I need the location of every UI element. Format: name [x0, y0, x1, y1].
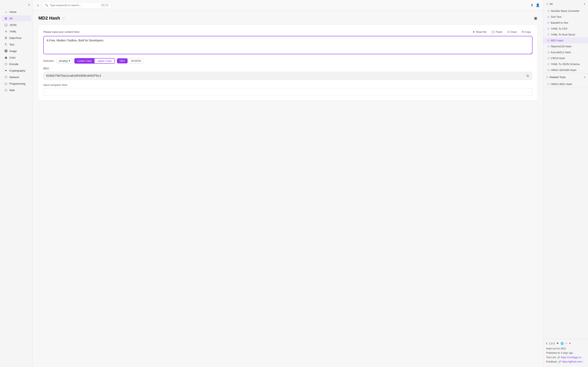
panel-all-header[interactable]: ⬡ All ▾ [543, 0, 588, 8]
panel-item-icon: ⬡ [547, 69, 549, 72]
panel-item-label: YAML To Rust Struct [551, 33, 575, 36]
comparer-label: Input comparer here: [43, 83, 532, 86]
sidebar-item-datetime[interactable]: 🗓 Date/Time [1, 35, 31, 41]
input-label: Please input your content here: [43, 30, 80, 33]
clear-button[interactable]: ⊡ Clear [506, 29, 519, 34]
panel-item-crc8[interactable]: ⬡ CRC8 Hash [543, 55, 588, 61]
panel-item-base64-hex[interactable]: ⬡ Base64 to Hex [543, 20, 588, 26]
upper-case-button[interactable]: Upper Case [95, 58, 114, 63]
panel-item-yaml-rust[interactable]: ⬡ YAML To Rust Struct [543, 32, 588, 38]
share-button[interactable]: ⬆ [531, 3, 533, 7]
delimiter-select[interactable]: (empty) ▾ [57, 58, 72, 63]
panel-item-label: MD2 Hash [551, 39, 563, 42]
sidebar-item-label: Encode [9, 63, 18, 66]
panel-item-ripemd128[interactable]: ⬡ Ripemd128 Hash [543, 43, 588, 49]
version-published: Published at: 6 days ago [546, 351, 585, 355]
home-icon: ⌂ [4, 10, 8, 13]
search-shortcut: ⌘ + K [101, 3, 109, 7]
read-file-button[interactable]: ⬆ Read file [471, 29, 488, 34]
sidebar-item-label: Network [9, 76, 19, 79]
sidebar-item-color[interactable]: ◉ Color [1, 54, 31, 60]
sidebar-item-network[interactable]: ⬡ Network [1, 74, 31, 80]
version-section: ℹ 1.0.0 ⚑ 🌐 ✓ ▾ Hash tool for MD2 Publis… [543, 339, 588, 367]
sidebar-item-text[interactable]: Tᵢ Text [1, 42, 31, 48]
output-copy-button[interactable]: ⧉ [526, 74, 530, 78]
sidebar-item-home[interactable]: ⌂ Home [1, 9, 31, 15]
main-container: ⌂ 🔍 ⌘ + K ⬆ 👤 MD2 Hash ☆ ▣ Please input [33, 0, 588, 367]
copy-button[interactable]: ⧉ Copy [520, 29, 532, 34]
encode-icon: ⬡ [4, 62, 8, 66]
tool-link[interactable]: https://t.he3app.co... [561, 356, 583, 359]
network-icon: ⬡ [4, 75, 8, 79]
check-icon: ✓ [565, 342, 568, 345]
panel-item-yaml-csv[interactable]: ⬡ YAML To CSV [543, 26, 588, 32]
panel-item-icon: ⬡ [547, 9, 549, 12]
panel-item-label: HMAC-MD2 Hash [551, 83, 572, 86]
version-feedback-row: Feedback: 🔗 https://github.com/... [546, 360, 585, 364]
text-icon: Tᵢ [4, 43, 8, 46]
flag-icon: ⚑ [556, 342, 559, 345]
panel-item-label: Base64 to Hex [551, 21, 568, 24]
panel-item-label: Number Base Converter [551, 9, 579, 12]
home-button[interactable]: ⌂ [36, 2, 40, 8]
panel-item-sort-text[interactable]: ⬡ Sort Text [543, 14, 588, 20]
panel-item-keccak512[interactable]: ⬡ Keccak512 Hash [543, 49, 588, 55]
panel-toggle-button[interactable]: ▣ [534, 16, 537, 20]
panel-item-hmac-sha384[interactable]: ⬡ HMAC-SHA384 Hash [543, 67, 588, 73]
sidebar-item-web[interactable]: ⬡ Web [1, 87, 31, 93]
user-button[interactable]: 👤 [536, 3, 540, 7]
copy-label: Copy [525, 30, 531, 33]
topbar: ⌂ 🔍 ⌘ + K ⬆ 👤 [33, 0, 543, 11]
format-button-group: HEX BASE64 [117, 58, 144, 63]
panel-item-hmac-md2[interactable]: ⬡ HMAC-MD2 Hash [543, 81, 588, 87]
sidebar-item-image[interactable]: 🖼 Image [1, 48, 31, 54]
panel-item-md2-hash[interactable]: ⬡ MD2 Hash [543, 38, 588, 43]
panel-related-header[interactable]: ⬡ Related Tools ▾ [543, 73, 588, 81]
favorite-button[interactable]: ☆ [62, 16, 65, 20]
paste-button[interactable]: 📋 Paste [490, 29, 504, 34]
delimiter-row: Delimiter: (empty) ▾ Lower Case Upper Ca… [43, 58, 532, 64]
base64-button[interactable]: BASE64 [129, 58, 144, 63]
input-buttons: ⬆ Read file 📋 Paste ⊡ Clear ⧉ [471, 29, 532, 34]
version-details: Hash tool for MD2 Published at: 6 days a… [546, 347, 585, 364]
sidebar-item-json[interactable]: { } JSON [1, 22, 31, 28]
sidebar-item-encode[interactable]: ⬡ Encode [1, 61, 31, 67]
panel-item-label: Keccak512 Hash [551, 51, 571, 54]
sidebar-item-label: Date/Time [9, 36, 21, 40]
sidebar-item-programming[interactable]: ◻ Programming [1, 81, 31, 87]
delimiter-label: Delimiter: [43, 59, 54, 62]
all-section-icon: ⬡ [546, 2, 548, 6]
sidebar-item-label: Image [9, 50, 17, 53]
panel-item-icon: ⬡ [547, 39, 549, 42]
panel-item-yaml-json[interactable]: ⬡ YAML To JSON Schema [543, 61, 588, 67]
related-section-icon: ⬡ [546, 76, 548, 79]
all-section-chevron-icon: ▾ [584, 3, 585, 6]
panel-all-title: ⬡ All [546, 2, 553, 6]
comparer-input[interactable] [43, 88, 532, 96]
all-icon: ⊞ [4, 17, 8, 20]
sidebar-item-yaml[interactable]: ≡ YAML [1, 28, 31, 34]
feedback-link[interactable]: https://github.com/... [562, 360, 584, 363]
panel-item-icon: ⬡ [547, 83, 549, 86]
feedback-label: Feedback: [546, 360, 558, 363]
output-value: 6166275675a11cab1891858c8452f5c2 [46, 74, 526, 77]
sidebar-collapse-button[interactable]: « [28, 3, 30, 7]
sidebar-item-label: Web [9, 89, 15, 92]
panel-item-label: Ripemd128 Hash [551, 45, 571, 48]
feedback-icon: 🔗 [558, 360, 562, 363]
panel-item-icon: ⬡ [547, 21, 549, 24]
search-input[interactable] [50, 4, 99, 7]
panel-item-number-base[interactable]: ⬡ Number Base Converter [543, 8, 588, 14]
lower-case-button[interactable]: Lower Case [75, 58, 95, 63]
panel-item-icon: ⬡ [547, 63, 549, 66]
panel-all-label: All [550, 2, 553, 6]
hex-button[interactable]: HEX [117, 58, 128, 63]
main-text-input[interactable]: A Free, Modern Toolbox, Built for Develo… [43, 36, 532, 54]
right-panel: ⬡ All ▾ ⬡ Number Base Converter ⬡ Sort T… [543, 0, 588, 367]
sidebar-item-cryptography[interactable]: ✦ Cryptography [1, 67, 31, 74]
output-row: 6166275675a11cab1891858c8452f5c2 ⧉ [43, 72, 532, 80]
sidebar-item-all[interactable]: ⊞ All [1, 15, 31, 21]
case-button-group: Lower Case Upper Case [74, 58, 115, 64]
search-box: 🔍 ⌘ + K [42, 2, 112, 8]
search-icon: 🔍 [45, 4, 48, 7]
